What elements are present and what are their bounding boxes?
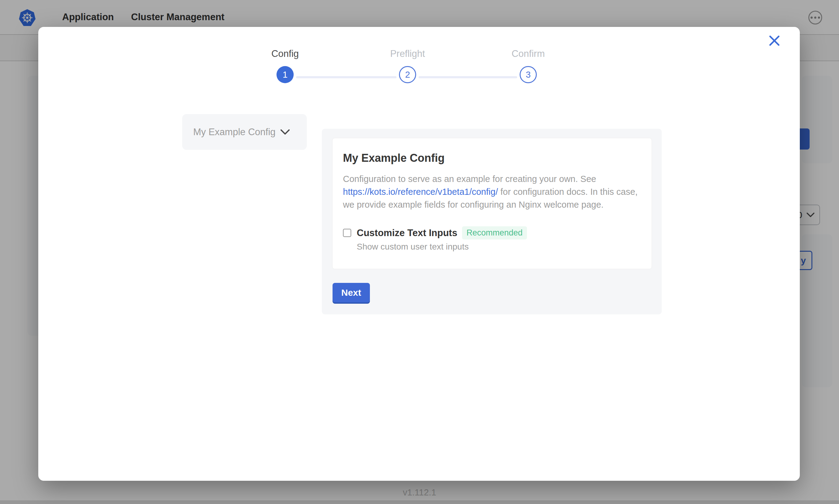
step-confirm: Confirm 3 (482, 48, 574, 83)
config-docs-link[interactable]: https://kots.io/reference/v1beta1/config… (343, 187, 498, 197)
customize-text-inputs-checkbox[interactable] (343, 229, 351, 237)
description-text: Configuration to serve as an example for… (343, 174, 596, 184)
config-group-title: My Example Config (343, 152, 641, 164)
config-group-dropdown[interactable]: My Example Config (182, 114, 307, 150)
step-number: 3 (520, 66, 537, 83)
checkbox-row: Customize Text Inputs Recommended (343, 226, 641, 239)
next-button[interactable]: Next (332, 283, 370, 303)
description-text: for configuration docs. In this case, (498, 187, 637, 197)
config-group-label: My Example Config (193, 127, 276, 138)
chevron-down-icon (280, 129, 290, 135)
config-panel: My Example Config Configuration to serve… (322, 129, 662, 314)
step-label: Confirm (482, 48, 574, 59)
checkbox-help-text: Show custom user text inputs (357, 242, 641, 252)
close-icon[interactable] (767, 34, 782, 48)
recommended-badge: Recommended (462, 226, 527, 239)
screen: Application Cluster Management 0 y v1.11… (0, 0, 839, 504)
config-group-card: My Example Config Configuration to serve… (332, 138, 652, 269)
description-text: we provide example fields for configurin… (343, 200, 603, 210)
step-number: 1 (276, 66, 294, 83)
step-number: 2 (399, 66, 416, 83)
step-label: Config (239, 48, 331, 59)
config-wizard-modal: Config 1 Preflight 2 Confirm 3 My Exampl… (38, 27, 800, 481)
config-group-description: Configuration to serve as an example for… (343, 173, 641, 211)
checkbox-label: Customize Text Inputs (357, 228, 457, 238)
step-label: Preflight (362, 48, 453, 59)
